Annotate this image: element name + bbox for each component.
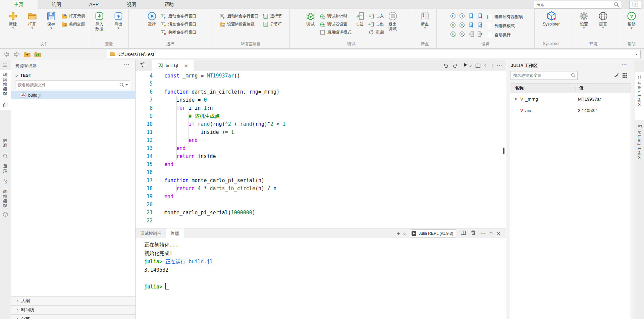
file-search-box[interactable] [15, 81, 130, 89]
debug-button[interactable]: 调试 [303, 11, 319, 26]
open-example-button[interactable]: 打开示例 [61, 13, 85, 19]
code-line[interactable]: 16 [136, 168, 506, 176]
code-line[interactable]: 10 if rand(rng)^2 + rand(rng)^2 < 1 [136, 120, 506, 128]
save-button[interactable]: 保存 [42, 11, 60, 29]
close-panel-icon[interactable]: ✕ [496, 231, 500, 236]
section-2[interactable]: 时间线 [11, 305, 135, 314]
code-line[interactable]: 7 inside = 0 [136, 96, 506, 104]
code-line[interactable]: 19end [136, 193, 506, 201]
code-line[interactable]: 4const _mrng = MT19937ar() [136, 72, 506, 80]
code-line[interactable]: 13 end [136, 144, 506, 152]
code-line[interactable]: 9 # 随机生成点 [136, 112, 506, 120]
history-back-button[interactable] [2, 50, 10, 58]
new-terminal-arrow[interactable] [404, 232, 406, 234]
match-add-icon[interactable]: # [450, 31, 456, 38]
tab-debug-console[interactable]: 调试控制台 [136, 228, 166, 238]
activity-item-1[interactable]: 资源管理器 [0, 70, 11, 110]
bookmark-prev-icon[interactable] [468, 22, 474, 29]
nav-back-icon[interactable] [450, 13, 456, 20]
new-terminal-button[interactable]: + [397, 230, 400, 236]
select-all-matches-button[interactable]: 选择所有匹配项 [487, 13, 523, 20]
bookmark-clear-icon[interactable] [477, 13, 483, 20]
undo-icon[interactable] [442, 62, 449, 69]
section-1[interactable]: 大纲 [11, 296, 135, 305]
code-editor[interactable]: 4const _mrng = MT19937ar()56function dar… [136, 71, 506, 228]
code-line[interactable]: 18 return 4 * darts_in_circle(n) / n [136, 184, 506, 193]
activity-item-2[interactable]: 搜索 [0, 136, 11, 161]
sysplorer-button[interactable]: Sysplorer [538, 11, 565, 26]
restart-button[interactable]: 重启 [368, 29, 384, 36]
folder-refresh-button[interactable] [34, 50, 42, 58]
breakpoints-button[interactable]: 断点 [416, 11, 434, 29]
code-line[interactable]: 20 [136, 201, 506, 209]
next-icon[interactable] [490, 64, 494, 67]
ribbon-tab-5[interactable]: 帮助 [150, 0, 188, 9]
nav-forward-icon[interactable] [459, 13, 465, 20]
terminal-output[interactable]: 正在初始化...初始化完成!julia> 正在运行 build.jl3.1405… [136, 238, 506, 319]
section-break-button[interactable]: 分节符 [262, 21, 282, 28]
code-line[interactable]: 5 [136, 80, 506, 88]
new-button[interactable]: 新建 [4, 11, 22, 29]
open-button[interactable]: 打开 [23, 11, 41, 29]
repl-selector[interactable]: Julia REPL (v1.9.3) [410, 229, 456, 237]
debug-timed-button[interactable]: 调试并计时 [320, 13, 352, 19]
stop-debug-button[interactable]: 退出调试 [385, 11, 400, 31]
right-strip-item-1[interactable]: Julia 工作区 [635, 72, 644, 120]
code-line[interactable]: 11 inside += 1 [136, 128, 506, 136]
global-search[interactable] [534, 1, 621, 9]
start-cmd-window-button[interactable]: 启动命令行窗口 [161, 13, 197, 19]
run-button[interactable]: 运行 [144, 11, 160, 26]
file-search-input[interactable] [15, 83, 119, 87]
variable-search-input[interactable] [511, 73, 571, 78]
split-terminal-icon[interactable] [460, 230, 466, 237]
set-m-search-path-button[interactable]: M设置M搜索路径 [219, 21, 259, 28]
match-icon[interactable]: # [450, 22, 456, 29]
variable-search-box[interactable] [511, 71, 578, 80]
step-out-button[interactable]: 步出 [368, 21, 384, 28]
path-input[interactable]: C:\Users\TR\Test [107, 50, 641, 58]
redo-icon[interactable] [452, 62, 459, 69]
step-into-button[interactable]: 步入 [368, 13, 384, 19]
settings-button[interactable]: 设置 [575, 11, 593, 29]
kill-terminal-icon[interactable] [470, 230, 476, 237]
tab-overflow-button[interactable]: +1 [140, 61, 145, 67]
clear-workspace-icon[interactable] [613, 72, 619, 78]
workspace-more-button[interactable]: ··· [622, 62, 627, 67]
code-line[interactable]: 12 end [136, 136, 506, 144]
bookmark-icon[interactable] [468, 13, 474, 20]
import-data-button[interactable]: 导入数据 [90, 11, 108, 31]
tab-buildjl[interactable]: build.jl ✕ [152, 60, 194, 71]
clear-cmd-window-button[interactable]: 清空命令行窗口 [161, 21, 197, 28]
layout-grid-icon[interactable] [622, 72, 628, 78]
variable-row-ans[interactable]: Vans3.140532 [510, 105, 631, 116]
code-line[interactable]: 15end [136, 160, 506, 168]
tab-terminal[interactable]: 终端 [166, 228, 184, 238]
variable-row-_mrng[interactable]: V_mrngMT19937ar [510, 93, 631, 105]
outdent-icon[interactable] [477, 31, 483, 38]
ribbon-tab-3[interactable]: APP [75, 0, 113, 9]
right-strip-item-2[interactable]: MLang 工作区 [635, 121, 644, 172]
search-options-arrow[interactable] [126, 84, 128, 86]
close-tab-icon[interactable]: ✕ [184, 63, 188, 68]
code-line[interactable]: 8 for i in 1:n [136, 104, 506, 112]
help-button[interactable]: ?帮助 [623, 11, 641, 29]
match-clear-icon[interactable]: # [459, 31, 465, 38]
folder-up-button[interactable] [23, 50, 31, 58]
debugger-settings-button[interactable]: 调试器设置 [320, 21, 352, 28]
code-line[interactable]: 17function monte_carlo_pi_serial(n) [136, 176, 506, 184]
global-search-input[interactable] [534, 2, 613, 7]
terminal-more-button[interactable]: ··· [480, 231, 486, 236]
close-cmd-window-button[interactable]: 关闭命令行窗口 [161, 29, 197, 36]
match-remove-icon[interactable]: # [459, 22, 465, 29]
activity-item-3[interactable]: 调试 [0, 161, 11, 186]
run-section-button[interactable]: 运行节 [262, 13, 282, 19]
code-line[interactable]: 14 return inside [136, 152, 506, 160]
word-wrap-checkbox[interactable]: 自动换行 [487, 32, 523, 38]
path-dropdown-arrow[interactable] [636, 54, 638, 55]
run-file-button[interactable] [463, 62, 471, 69]
export-button[interactable]: 导出 [109, 11, 127, 29]
language-button[interactable]: 语言 [594, 11, 612, 29]
prev-icon[interactable] [484, 64, 488, 67]
menu-icon[interactable] [3, 62, 8, 69]
column-select-checkbox[interactable]: 列选择模式 [487, 22, 523, 29]
